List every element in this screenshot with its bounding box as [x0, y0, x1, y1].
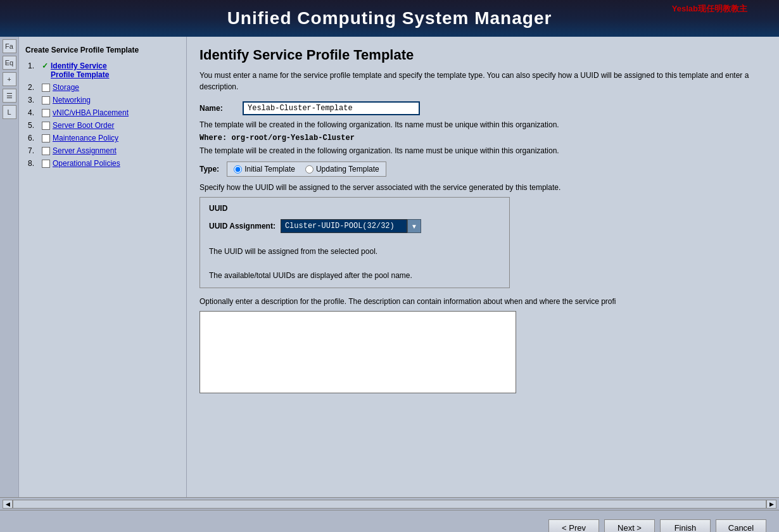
- type-box: Initial Template Updating Template: [227, 162, 386, 177]
- type-label: Type:: [200, 165, 219, 174]
- type-initial-option[interactable]: Initial Template: [234, 165, 295, 174]
- name-input[interactable]: [243, 101, 420, 115]
- sidebar-item-7-link[interactable]: Server Assignment: [53, 146, 117, 155]
- sidebar-item-3-check: [42, 96, 50, 104]
- sidebar-title: Create Service Profile Template: [19, 42, 186, 60]
- specify-text: Specify how the UUID will be assigned to…: [200, 183, 766, 192]
- scroll-track[interactable]: [13, 500, 766, 509]
- sidebar-item-vnic[interactable]: 4. vNIC/vHBA Placement: [19, 106, 186, 119]
- left-toolbar: Fa Eq + ☰ L: [0, 37, 19, 497]
- type-updating-label: Updating Template: [316, 165, 379, 174]
- type-updating-option[interactable]: Updating Template: [305, 165, 379, 174]
- org-path: org-root/org-Yeslab-Cluster: [231, 134, 354, 142]
- desc-text: Optionally enter a description for the p…: [200, 297, 766, 306]
- toolbar-add-btn[interactable]: +: [3, 72, 16, 86]
- header: Unified Computing System Manager Yeslab现…: [0, 0, 779, 37]
- finish-button[interactable]: Finish: [660, 519, 711, 533]
- uuid-select-container: Cluster-UUID-POOL(32/32) ▼: [281, 219, 421, 233]
- toolbar-eq-btn[interactable]: Eq: [3, 56, 16, 70]
- sidebar-item-4-link[interactable]: vNIC/vHBA Placement: [53, 108, 129, 117]
- uuid-assignment-label: UUID Assignment:: [209, 222, 276, 231]
- scroll-area: ◀ ▶: [0, 497, 779, 510]
- toolbar-l-btn[interactable]: L: [3, 105, 16, 119]
- sidebar-item-networking[interactable]: 3. Networking: [19, 94, 186, 106]
- sidebar-item-boot[interactable]: 5. Server Boot Order: [19, 119, 186, 132]
- sidebar-item-5-check: [42, 122, 50, 130]
- page-title: Identify Service Profile Template: [200, 47, 766, 63]
- sidebar-item-4-check: [42, 109, 50, 117]
- sidebar: Create Service Profile Template 1. ✓ Ide…: [19, 37, 187, 497]
- scroll-left-btn[interactable]: ◀: [3, 500, 13, 509]
- uuid-dropdown-btn[interactable]: ▼: [407, 219, 421, 233]
- bottom-bar: < Prev Next > Finish Cancel: [0, 510, 779, 532]
- content-area: Identify Service Profile Template You mu…: [187, 37, 779, 497]
- sidebar-item-maintenance[interactable]: 6. Maintenance Policy: [19, 132, 186, 144]
- next-button[interactable]: Next >: [604, 519, 655, 533]
- name-label: Name:: [200, 104, 238, 113]
- sidebar-item-1-link[interactable]: Identify Service: [51, 61, 109, 70]
- toolbar-fa-btn[interactable]: Fa: [3, 39, 16, 53]
- watermark: Yeslab现任明教教主: [672, 3, 747, 15]
- sidebar-item-6-check: [42, 134, 50, 142]
- sidebar-item-8-check: [42, 160, 50, 168]
- main-container: Fa Eq + ☰ L Create Service Profile Templ…: [0, 37, 779, 497]
- sidebar-item-storage[interactable]: 2. Storage: [19, 81, 186, 94]
- org-text2: The template will be created in the foll…: [200, 146, 766, 155]
- type-initial-label: Initial Template: [244, 165, 295, 174]
- sidebar-item-1-link2[interactable]: Profile Template: [51, 70, 109, 79]
- sidebar-item-1-check: ✓: [42, 61, 48, 70]
- where-row: Where: org-root/org-Yeslab-Cluster: [200, 133, 766, 142]
- name-row: Name:: [200, 101, 766, 115]
- sidebar-item-7-check: [42, 147, 50, 155]
- sidebar-item-6-link[interactable]: Maintenance Policy: [53, 134, 118, 142]
- uuid-section: UUID UUID Assignment: Cluster-UUID-POOL(…: [200, 197, 510, 288]
- type-initial-radio[interactable]: [234, 165, 242, 174]
- org-text1: The template will be created in the foll…: [200, 120, 766, 129]
- sidebar-item-1-num: 1.: [28, 61, 39, 70]
- sidebar-item-5-link[interactable]: Server Boot Order: [53, 121, 114, 130]
- uuid-section-title: UUID: [209, 204, 500, 213]
- type-row: Type: Initial Template Updating Template: [200, 162, 766, 177]
- header-title: Unified Computing System Manager: [13, 8, 766, 28]
- uuid-info1: The UUID will be assigned from the selec…: [209, 246, 500, 257]
- sidebar-item-operational[interactable]: 8. Operational Policies: [19, 157, 186, 170]
- toolbar-menu-btn[interactable]: ☰: [3, 89, 16, 103]
- uuid-assignment-row: UUID Assignment: Cluster-UUID-POOL(32/32…: [209, 219, 500, 233]
- sidebar-item-identify[interactable]: 1. ✓ Identify Service Profile Template: [19, 60, 186, 81]
- sidebar-item-2-check: [42, 84, 50, 92]
- description-textarea[interactable]: [200, 311, 516, 393]
- sidebar-item-8-link[interactable]: Operational Policies: [53, 159, 120, 168]
- scroll-right-btn[interactable]: ▶: [766, 500, 776, 509]
- uuid-info2: The available/total UUIDs are displayed …: [209, 270, 500, 281]
- intro-text: You must enter a name for the service pr…: [200, 70, 766, 92]
- sidebar-item-3-link[interactable]: Networking: [53, 96, 91, 104]
- uuid-select-display[interactable]: Cluster-UUID-POOL(32/32): [281, 219, 407, 233]
- sidebar-item-2-link[interactable]: Storage: [53, 83, 79, 92]
- cancel-button[interactable]: Cancel: [716, 519, 766, 533]
- type-updating-radio[interactable]: [305, 165, 314, 174]
- sidebar-item-assignment[interactable]: 7. Server Assignment: [19, 144, 186, 157]
- where-label: Where:: [200, 134, 231, 142]
- prev-button[interactable]: < Prev: [548, 519, 599, 533]
